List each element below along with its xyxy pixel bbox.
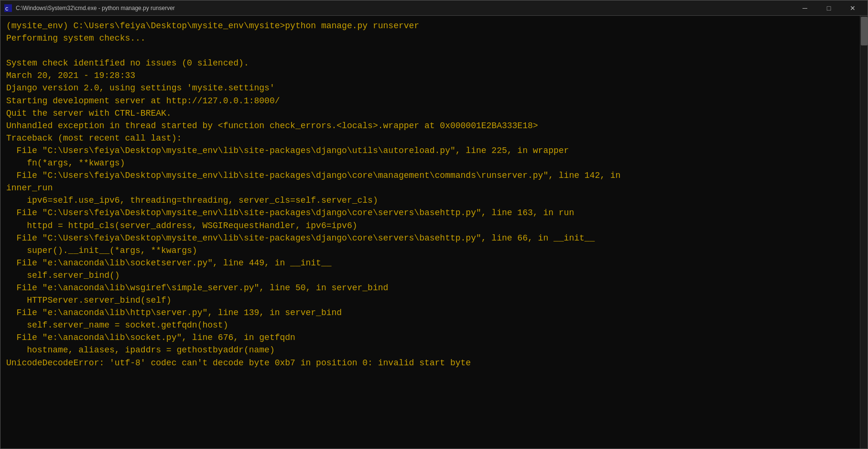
terminal-line: Django version 2.0, using settings 'mysi… bbox=[6, 82, 852, 94]
maximize-button[interactable]: □ bbox=[818, 1, 840, 15]
terminal-line: File "C:\Users\feiya\Desktop\mysite_env\… bbox=[6, 207, 852, 219]
terminal-line: Starting development server at http://12… bbox=[6, 95, 852, 107]
terminal-line: httpd = httpd_cls(server_address, WSGIRe… bbox=[6, 219, 852, 232]
terminal-line: fn(*args, **kwargs) bbox=[6, 157, 852, 169]
close-button[interactable]: ✕ bbox=[842, 1, 864, 15]
scrollbar[interactable] bbox=[860, 16, 868, 449]
terminal-line: (mysite_env) C:\Users\feiya\Desktop\mysi… bbox=[6, 20, 852, 32]
terminal-line: self.server_name = socket.getfqdn(host) bbox=[6, 319, 852, 331]
terminal-line: File "C:\Users\feiya\Desktop\mysite_env\… bbox=[6, 144, 852, 157]
terminal-line: self.server_bind() bbox=[6, 269, 852, 282]
terminal-line: UnicodeDecodeError: 'utf-8' codec can't … bbox=[6, 357, 852, 369]
svg-text:C: C bbox=[5, 6, 9, 12]
terminal-line: File "C:\Users\feiya\Desktop\mysite_env\… bbox=[6, 169, 852, 182]
terminal-line: File "e:\anaconda\lib\socket.py", line 6… bbox=[6, 331, 852, 344]
terminal-line: File "e:\anaconda\lib\wsgiref\simple_ser… bbox=[6, 282, 852, 294]
terminal-line: Unhandled exception in thread started by… bbox=[6, 120, 852, 132]
terminal-line: File "C:\Users\feiya\Desktop\mysite_env\… bbox=[6, 232, 852, 244]
terminal-line: Performing system checks... bbox=[6, 32, 852, 44]
terminal-line: File "e:\anaconda\lib\http\server.py", l… bbox=[6, 307, 852, 319]
terminal-line: super().__init__(*args, **kwargs) bbox=[6, 244, 852, 257]
minimize-button[interactable]: ─ bbox=[794, 1, 816, 15]
terminal-line: March 20, 2021 - 19:28:33 bbox=[6, 69, 852, 82]
terminal-line: inner_run bbox=[6, 182, 852, 194]
terminal-body: (mysite_env) C:\Users\feiya\Desktop\mysi… bbox=[0, 16, 868, 449]
window-controls: ─ □ ✕ bbox=[794, 1, 864, 15]
window-title: C:\Windows\System32\cmd.exe - python man… bbox=[16, 5, 175, 11]
terminal-line bbox=[6, 44, 852, 57]
terminal-line: Traceback (most recent call last): bbox=[6, 132, 852, 144]
terminal-content: (mysite_env) C:\Users\feiya\Desktop\mysi… bbox=[6, 20, 862, 369]
terminal-line: System check identified no issues (0 sil… bbox=[6, 57, 852, 69]
cmd-window: C C:\Windows\System32\cmd.exe - python m… bbox=[0, 0, 868, 449]
terminal-line: ipv6=self.use_ipv6, threading=threading,… bbox=[6, 194, 852, 207]
scrollbar-thumb bbox=[861, 17, 868, 45]
title-bar: C C:\Windows\System32\cmd.exe - python m… bbox=[0, 0, 868, 16]
terminal-line: HTTPServer.server_bind(self) bbox=[6, 294, 852, 307]
terminal-line: Quit the server with CTRL-BREAK. bbox=[6, 107, 852, 120]
terminal-line: hostname, aliases, ipaddrs = gethostbyad… bbox=[6, 344, 852, 356]
terminal-line: File "e:\anaconda\lib\socketserver.py", … bbox=[6, 257, 852, 269]
title-bar-left: C C:\Windows\System32\cmd.exe - python m… bbox=[4, 4, 175, 12]
cmd-icon: C bbox=[4, 4, 12, 12]
